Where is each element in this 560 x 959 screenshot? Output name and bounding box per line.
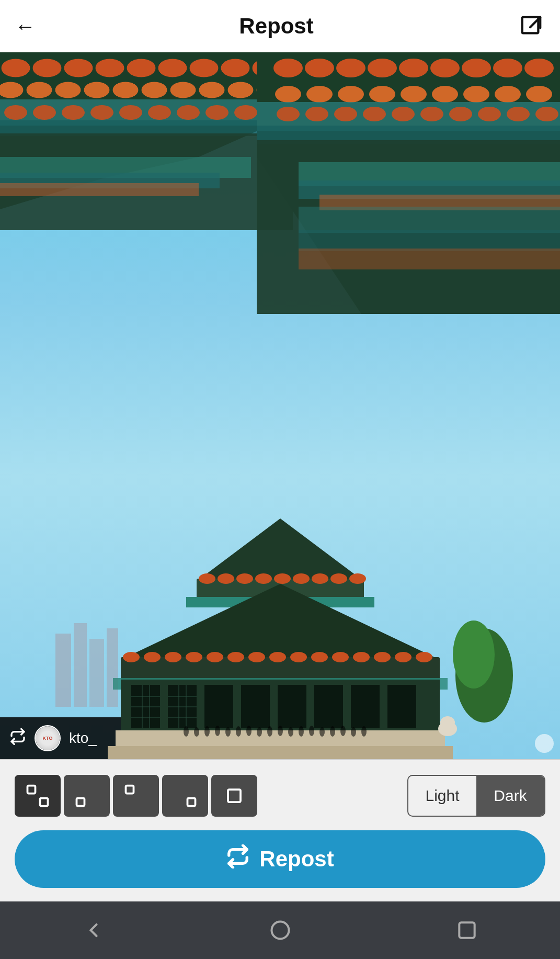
svg-rect-155 [77, 798, 85, 806]
svg-point-107 [353, 652, 370, 662]
post-image-area: KTO kto_ [0, 52, 560, 759]
position-both-button[interactable] [15, 775, 61, 817]
svg-point-110 [416, 652, 432, 662]
svg-point-147 [330, 726, 335, 737]
external-link-button[interactable] [517, 12, 545, 40]
svg-point-64 [420, 107, 443, 121]
nav-recent-button[interactable] [451, 915, 483, 946]
svg-point-31 [205, 105, 228, 120]
svg-point-28 [119, 105, 142, 120]
svg-rect-117 [278, 685, 306, 728]
controls-row: Light Dark [15, 775, 545, 817]
roof-top-right [257, 52, 560, 314]
svg-point-105 [311, 652, 328, 662]
svg-point-43 [399, 59, 428, 77]
svg-point-39 [273, 59, 303, 77]
svg-rect-77 [74, 623, 87, 707]
svg-point-148 [340, 726, 346, 736]
svg-point-66 [478, 107, 501, 121]
svg-point-100 [207, 652, 223, 662]
position-buttons-group [15, 775, 257, 817]
back-button[interactable]: ← [15, 16, 36, 37]
svg-point-44 [430, 59, 460, 77]
svg-point-29 [148, 105, 171, 120]
svg-point-62 [363, 107, 386, 121]
svg-point-25 [33, 105, 56, 120]
svg-point-60 [305, 107, 328, 121]
svg-point-99 [186, 652, 202, 662]
svg-rect-157 [188, 798, 196, 806]
svg-point-141 [267, 726, 272, 737]
svg-point-67 [507, 107, 530, 121]
svg-point-24 [4, 105, 27, 120]
theme-toggle: Light Dark [407, 775, 545, 817]
svg-marker-94 [121, 584, 440, 660]
svg-point-136 [215, 726, 220, 736]
svg-point-47 [524, 59, 554, 77]
svg-point-68 [535, 107, 558, 121]
position-top-left-button[interactable] [113, 775, 159, 817]
svg-point-134 [194, 727, 199, 737]
dark-theme-button[interactable]: Dark [476, 776, 544, 816]
svg-rect-79 [107, 628, 118, 707]
svg-rect-118 [314, 685, 343, 728]
svg-point-88 [274, 573, 291, 584]
svg-point-140 [257, 727, 262, 737]
svg-rect-156 [126, 786, 134, 794]
svg-point-27 [90, 105, 113, 120]
svg-point-103 [269, 652, 286, 662]
position-none-button[interactable] [211, 775, 257, 817]
svg-point-106 [332, 652, 349, 662]
nav-back-button[interactable] [78, 915, 109, 946]
svg-rect-132 [108, 746, 453, 759]
svg-rect-113 [131, 685, 160, 728]
svg-rect-154 [40, 798, 48, 806]
svg-point-108 [374, 652, 391, 662]
svg-point-42 [368, 59, 397, 77]
svg-rect-0 [522, 17, 539, 33]
svg-point-146 [319, 727, 325, 737]
controls-section: Light Dark Repost [0, 760, 560, 901]
svg-point-145 [309, 726, 314, 736]
svg-point-30 [177, 105, 200, 120]
svg-point-48 [275, 86, 301, 103]
svg-point-150 [361, 726, 367, 737]
svg-point-52 [401, 86, 427, 103]
svg-point-101 [227, 652, 244, 662]
page-title: Repost [239, 14, 313, 39]
nav-home-button[interactable] [265, 915, 296, 946]
svg-point-135 [204, 726, 210, 737]
position-bottom-right-button[interactable] [162, 775, 208, 817]
svg-point-14 [55, 82, 81, 98]
svg-point-133 [184, 726, 189, 737]
svg-point-6 [95, 59, 124, 77]
svg-point-104 [290, 652, 307, 662]
svg-point-15 [84, 82, 110, 98]
svg-point-138 [236, 726, 241, 737]
roof-top-left [0, 52, 293, 230]
svg-point-85 [218, 573, 234, 584]
svg-point-96 [123, 652, 140, 662]
svg-point-92 [349, 573, 366, 584]
svg-rect-160 [459, 922, 474, 938]
temple-building [0, 487, 560, 759]
svg-point-159 [271, 922, 289, 939]
light-theme-button[interactable]: Light [408, 776, 476, 816]
app-header: ← Repost [0, 0, 560, 52]
svg-rect-74 [299, 230, 560, 251]
svg-point-143 [288, 727, 293, 737]
svg-rect-158 [228, 789, 241, 802]
svg-point-9 [189, 59, 219, 77]
svg-point-137 [225, 727, 231, 737]
repost-button[interactable]: Repost [15, 830, 545, 888]
svg-point-109 [395, 652, 412, 662]
svg-marker-82 [197, 518, 364, 581]
svg-point-98 [165, 652, 181, 662]
svg-point-5 [64, 59, 93, 77]
position-bottom-left-button[interactable] [64, 775, 110, 817]
svg-rect-119 [351, 685, 380, 728]
svg-point-81 [453, 620, 495, 689]
svg-point-32 [234, 105, 257, 120]
svg-point-55 [495, 86, 521, 103]
svg-point-16 [112, 82, 139, 98]
